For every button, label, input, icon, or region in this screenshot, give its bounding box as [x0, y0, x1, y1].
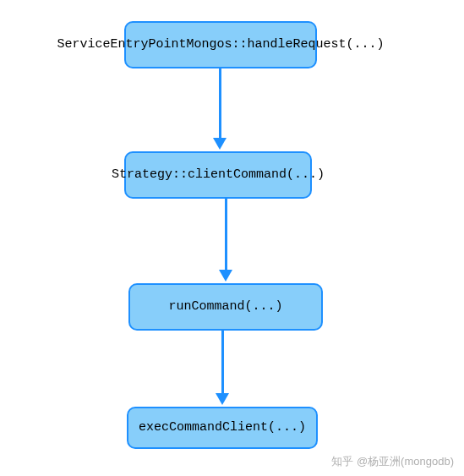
- flow-node-1: ServiceEntryPointMongos::handleRequest(.…: [124, 21, 317, 68]
- flow-node-2-label: Strategy::clientCommand(...): [112, 167, 325, 183]
- flow-node-2: Strategy::clientCommand(...): [124, 151, 312, 199]
- flow-node-3: runCommand(...): [128, 283, 323, 331]
- arrow-2-3: [219, 199, 232, 282]
- flow-node-3-label: runCommand(...): [168, 298, 282, 315]
- flow-node-4-label: execCommandClient(...): [139, 419, 306, 436]
- watermark: 知乎 @杨亚洲(mongodb): [331, 454, 454, 469]
- arrow-1-2: [213, 68, 227, 150]
- flow-node-1-label: ServiceEntryPointMongos::handleRequest(.…: [57, 36, 384, 53]
- arrow-3-4: [216, 331, 229, 405]
- flow-node-4: execCommandClient(...): [127, 407, 318, 449]
